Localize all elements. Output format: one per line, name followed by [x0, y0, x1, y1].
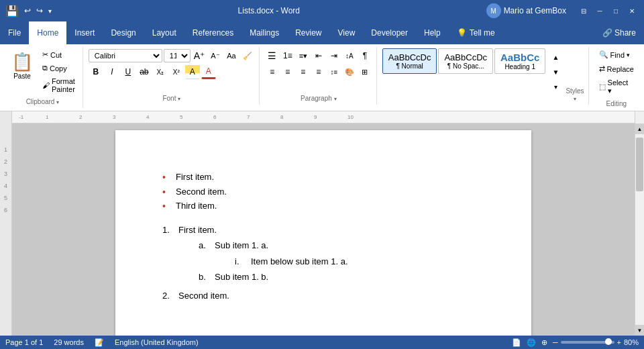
title-bar-right: M Mario at GemBox ⊟ ─ □ ✕ — [486, 3, 639, 18]
style-normal[interactable]: AaBbCcDc ¶ Normal — [382, 48, 437, 74]
font-group: Calibri 11 A⁺ A⁻ Aa 🧹 B I U ab X₂ X² — [85, 47, 260, 105]
shrink-font-button[interactable]: A⁻ — [208, 48, 223, 63]
bullet-item-3: Third item. — [162, 199, 484, 213]
close-button[interactable]: ✕ — [625, 4, 639, 17]
ruler-margin-left — [0, 111, 12, 123]
find-button[interactable]: 🔍 Find ▾ — [594, 48, 639, 61]
menu-mailings[interactable]: Mailings — [241, 21, 287, 44]
clipboard-small-buttons: ✂ Cut ⧉ Copy 🖌 Format Painter — [39, 48, 78, 95]
strikethrough-button[interactable]: ab — [137, 64, 152, 79]
maximize-button[interactable]: □ — [609, 4, 623, 17]
multilevel-list-button[interactable]: ≡▾ — [296, 48, 311, 63]
redo-button[interactable]: ↪ — [36, 6, 43, 15]
line-spacing-button[interactable]: ↕≡ — [327, 64, 341, 79]
bullet-item-1: First item. — [162, 170, 484, 184]
menu-developer[interactable]: Developer — [363, 21, 416, 44]
show-hide-button[interactable]: ¶ — [358, 48, 372, 63]
bullet-item-2: Second item. — [162, 185, 484, 199]
style-h1-preview: AaBbCc — [500, 52, 539, 63]
numbered-item-1: First item. Sub item 1. a. Item below su… — [162, 223, 484, 284]
styles-scroll-up[interactable]: ▲ — [548, 50, 563, 64]
clear-format-button[interactable]: 🧹 — [240, 48, 255, 63]
menu-insert[interactable]: Insert — [66, 21, 103, 44]
menu-references[interactable]: References — [184, 21, 241, 44]
menu-review[interactable]: Review — [287, 21, 329, 44]
ribbon-display-button[interactable]: ⊟ — [577, 4, 590, 17]
bold-button[interactable]: B — [89, 64, 103, 79]
view-print-icon[interactable]: 📄 — [512, 338, 521, 347]
increase-indent-button[interactable]: ⇥ — [327, 48, 341, 63]
document-scroll[interactable]: First item. Second item. Third item. Fir… — [12, 123, 635, 336]
select-button[interactable]: ⬚ Select ▾ — [594, 77, 639, 97]
bullets-button[interactable]: ☰ — [265, 48, 280, 63]
select-icon: ⬚ — [599, 83, 606, 91]
font-controls: Calibri 11 A⁺ A⁻ Aa 🧹 B I U ab X₂ X² — [89, 48, 255, 79]
replace-icon: ⇄ — [599, 64, 605, 73]
change-case-button[interactable]: Aa — [224, 48, 239, 63]
highlight-button[interactable]: A — [185, 64, 200, 79]
styles-group-label: Styles ▾ — [566, 85, 584, 102]
font-family-selector[interactable]: Calibri — [89, 49, 162, 62]
view-web-icon[interactable]: 🌐 — [527, 338, 536, 347]
user-avatar: M — [486, 3, 501, 18]
ruler-mark: 7 — [247, 114, 250, 120]
menu-share[interactable]: 🔗 Share — [594, 21, 644, 44]
word-count: 29 words — [54, 338, 84, 346]
minimize-button[interactable]: ─ — [593, 4, 606, 17]
zoom-slider[interactable] — [561, 341, 614, 344]
style-nospace-preview: AaBbCcDc — [444, 52, 487, 62]
right-scrollbar[interactable]: ▲ ▼ — [635, 123, 644, 336]
ribbon: 📋 Paste ✂ Cut ⧉ Copy 🖌 Format Painter — [0, 44, 644, 111]
scroll-down-button[interactable]: ▼ — [635, 325, 644, 336]
justify-button[interactable]: ≡ — [311, 64, 326, 79]
page-num-2: 2 — [4, 156, 7, 168]
undo-button[interactable]: ↩ — [24, 6, 31, 15]
subscript-button[interactable]: X₂ — [153, 64, 168, 79]
decrease-indent-button[interactable]: ⇤ — [311, 48, 326, 63]
menu-design[interactable]: Design — [103, 21, 144, 44]
align-right-button[interactable]: ≡ — [296, 64, 311, 79]
zoom-out-button[interactable]: ─ — [553, 338, 558, 346]
scroll-thumb[interactable] — [636, 138, 643, 191]
numbering-button[interactable]: 1≡ — [280, 48, 295, 63]
menu-view[interactable]: View — [330, 21, 364, 44]
zoom-bar: ─ + 80% — [553, 338, 639, 346]
style-heading1[interactable]: AaBbCc Heading 1 — [494, 48, 545, 74]
focus-mode-icon[interactable]: ⊕ — [541, 338, 547, 347]
paragraph-group-label: Paragraph ▾ — [301, 92, 336, 102]
paste-icon: 📋 — [11, 52, 33, 72]
styles-scroll-down[interactable]: ▼ — [548, 64, 563, 79]
font-color-button[interactable]: A — [201, 64, 216, 79]
styles-more[interactable]: ▾ — [548, 79, 563, 94]
style-no-space[interactable]: AaBbCcDc ¶ No Spac... — [438, 48, 493, 74]
replace-button[interactable]: ⇄ Replace — [594, 62, 639, 75]
menu-help[interactable]: Help — [416, 21, 449, 44]
zoom-in-button[interactable]: + — [617, 338, 621, 346]
scroll-up-button[interactable]: ▲ — [635, 123, 644, 134]
font-size-selector[interactable]: 11 — [164, 49, 191, 62]
grow-font-button[interactable]: A⁺ — [192, 48, 207, 63]
sort-button[interactable]: ↕A — [342, 48, 357, 63]
underline-button[interactable]: U — [121, 64, 136, 79]
align-left-button[interactable]: ≡ — [265, 64, 280, 79]
document-content[interactable]: First item. Second item. Third item. Fir… — [162, 170, 484, 302]
menu-layout[interactable]: Layout — [144, 21, 184, 44]
format-painter-button[interactable]: 🖌 Format Painter — [39, 75, 78, 95]
menu-tell-me[interactable]: 💡 Tell me — [449, 21, 503, 44]
find-icon: 🔍 — [599, 50, 608, 59]
italic-button[interactable]: I — [105, 64, 119, 79]
ruler-mark: 1 — [46, 114, 48, 120]
select-label: Select ▾ — [608, 79, 634, 95]
superscript-button[interactable]: X² — [169, 64, 184, 79]
cut-button[interactable]: ✂ Cut — [39, 48, 78, 61]
paste-button[interactable]: 📋 Paste — [7, 48, 38, 83]
align-center-button[interactable]: ≡ — [280, 64, 295, 79]
menu-file[interactable]: File — [0, 21, 29, 44]
menu-home[interactable]: Home — [29, 21, 66, 44]
borders-button[interactable]: ⊞ — [358, 64, 372, 79]
copy-button[interactable]: ⧉ Copy — [39, 62, 78, 74]
save-icon[interactable]: 💾 — [5, 5, 19, 17]
title-bar: 💾 ↩ ↪ ▾ Lists.docx - Word M Mario at Gem… — [0, 0, 644, 21]
shading-button[interactable]: 🎨 — [342, 64, 357, 79]
page-numbers: 1 2 3 4 5 6 — [0, 123, 12, 336]
